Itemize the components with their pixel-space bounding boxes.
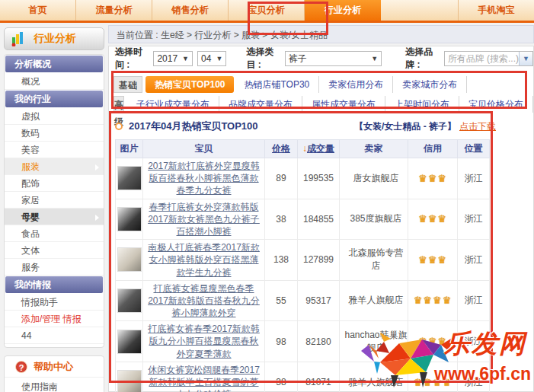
column-header-location: 位置	[458, 140, 490, 158]
cell-credit: ♛♛♛	[408, 321, 458, 362]
sidebar-item-食品[interactable]: 食品	[5, 225, 104, 242]
tab-热销宝贝TOP100[interactable]: 热销宝贝TOP100	[145, 76, 234, 93]
sidebar-item-user-guide[interactable]: 使用指南	[5, 378, 104, 392]
product-link[interactable]: 休闲女裤宽松阔腿春季2017新款韩版学生百搭夏雪纺萝卜九分哈伦裤	[148, 364, 260, 392]
nav-tab-宝贝分析[interactable]: 宝贝分析	[229, 0, 305, 21]
product-thumbnail[interactable]	[117, 247, 142, 272]
tab-品牌成交量分布[interactable]: 品牌成交量分布	[219, 96, 302, 113]
crown-icons: ♛♛♛♛	[414, 295, 452, 306]
cell-volume: 81071	[298, 362, 340, 392]
report-tabs: 基础 热销宝贝TOP100热销店铺TOP30卖家信用分布卖家城市分布 高级 子行…	[114, 75, 525, 113]
cell-location: 浙江	[458, 158, 490, 199]
sidebar-item-44[interactable]: 44	[5, 327, 104, 344]
basic-tabs: 热销宝贝TOP100热销店铺TOP30卖家信用分布卖家城市分布	[145, 76, 467, 93]
cell-seller: 雅羊人旗舰店	[340, 280, 408, 321]
table-row: 打底裤女裤显瘦黑色春季2017新款韩版百搭春秋九分裤小脚薄款外穿5595317雅…	[116, 280, 490, 321]
time-filter-label: 选择时间 :	[115, 46, 150, 72]
tab-宝贝价格分布[interactable]: 宝贝价格分布	[459, 96, 533, 113]
cell-location: 浙江	[458, 362, 490, 392]
hot-items-table: 图片宝贝价格↓成交量卖家信用位置 2017新款打底裤外穿显瘦韩版百搭春秋小脚裤黑…	[115, 139, 490, 392]
product-thumbnail[interactable]	[117, 207, 142, 231]
download-link[interactable]: 点击下载	[459, 120, 496, 133]
sidebar-item-文体[interactable]: 文体	[5, 242, 104, 259]
crown-icons: ♛♛♛	[418, 254, 447, 266]
sidebar-item-概况[interactable]: 概况	[5, 73, 104, 90]
tab-子行业成交量分布[interactable]: 子行业成交量分布	[127, 96, 219, 113]
nav-tab-mobile-taobao[interactable]: 手机淘宝	[458, 0, 534, 21]
tab-上架时间分布[interactable]: 上架时间分布	[385, 96, 459, 113]
product-thumbnail[interactable]	[117, 288, 142, 313]
crown-icons: ♛♛♛♛	[414, 377, 452, 388]
report-subtitle: 【女装/女士精品 - 裤子】	[354, 120, 456, 133]
column-label-volume: 成交量	[307, 143, 334, 154]
cell-price: 138	[265, 240, 298, 281]
cell-image	[116, 280, 143, 321]
cell-price: 55	[265, 280, 298, 321]
sidebar-item-服装[interactable]: 服装	[5, 158, 104, 175]
nav-tab-首页[interactable]: 首页	[0, 0, 76, 21]
column-label-credit: 信用	[424, 143, 442, 154]
cell-location: 浙江	[458, 240, 490, 281]
product-thumbnail[interactable]	[117, 330, 142, 354]
sidebar-sections: 分析概况概况我的行业虚拟数码美容服装配饰家居母婴食品文体服务我的情报情报助手添加…	[5, 56, 104, 344]
table-row: 休闲女裤宽松阔腿春季2017新款韩版学生百搭夏雪纺萝卜九分哈伦裤3881071雅…	[116, 362, 490, 392]
cell-title: 2017新款打底裤外穿显瘦韩版百搭春秋小脚裤黑色薄款春季九分女裤	[143, 158, 265, 199]
sidebar-item-母婴[interactable]: 母婴	[5, 209, 104, 225]
nav-tab-行业分析[interactable]: 行业分析	[305, 0, 381, 21]
cell-price: 89	[265, 158, 298, 199]
sidebar-item-虚拟[interactable]: 虚拟	[5, 108, 104, 125]
sidebar-item-美容[interactable]: 美容	[5, 142, 104, 158]
product-link[interactable]: 春季打底裤女外穿薄款韩版2017新款女裤黑色九分裤子百搭潮小脚裤	[148, 201, 260, 238]
cell-image	[116, 240, 143, 281]
year-select[interactable]: 2017▼	[153, 51, 193, 66]
sidebar-item-数码[interactable]: 数码	[5, 125, 104, 142]
nav-tab-销售分析[interactable]: 销售分析	[152, 0, 229, 21]
advanced-tabs-label: 高级	[114, 96, 124, 113]
column-header-volume[interactable]: ↓成交量	[298, 140, 340, 158]
chevron-down-icon: ▼	[182, 52, 189, 65]
help-center-panel: ? 帮助中心 使用指南	[4, 355, 104, 392]
sidebar-item-添加/管理 情报[interactable]: 添加/管理 情报	[5, 311, 104, 327]
cell-price: 38	[265, 199, 298, 240]
column-header-seller: 卖家	[340, 140, 408, 158]
cell-title: 打底裤女裤显瘦黑色春季2017新款韩版百搭春秋九分裤小脚薄款外穿	[143, 280, 265, 321]
cell-title: 打底裤女裤春季2017新款韩版九分小脚百搭显瘦黑春秋外穿夏季薄款	[143, 321, 265, 362]
chevron-down-icon: ▼	[519, 52, 532, 65]
product-link[interactable]: 南极人打底裤春季2017新款女小脚裤韩版外穿百搭黑薄款学生九分裤	[148, 241, 260, 279]
product-link[interactable]: 打底裤女裤显瘦黑色春季2017新款韩版百搭春秋九分裤小脚薄款外穿	[148, 282, 260, 320]
category-select[interactable]: 裤子▼	[285, 51, 382, 66]
sidebar-item-配饰[interactable]: 配饰	[5, 175, 104, 192]
table-row: 2017新款打底裤外穿显瘦韩版百搭春秋小脚裤黑色薄款春季九分女裤89199535…	[116, 158, 490, 199]
cell-price: 98	[265, 321, 298, 362]
nav-tab-流量分析[interactable]: 流量分析	[76, 0, 152, 21]
cell-volume: 184855	[298, 199, 340, 240]
column-header-price[interactable]: 价格	[265, 140, 298, 158]
sidebar-item-家居[interactable]: 家居	[5, 192, 104, 209]
advanced-tabs: 子行业成交量分布品牌成交量分布属性成交量分布上架时间分布宝贝价格分布	[127, 96, 533, 113]
cell-seller: hanchao韩巢旗舰店	[340, 321, 408, 362]
sidebar-item-服务[interactable]: 服务	[5, 259, 104, 276]
cell-title: 南极人打底裤春季2017新款女小脚裤韩版外穿百搭黑薄款学生九分裤	[143, 240, 265, 281]
product-link[interactable]: 2017新款打底裤外穿显瘦韩版百搭春秋小脚裤黑色薄款春季九分女裤	[148, 160, 260, 197]
sidebar-section-header: 分析概况	[5, 56, 103, 72]
product-link[interactable]: 打底裤女裤春季2017新款韩版九分小脚百搭显瘦黑春秋外穿夏季薄款	[148, 323, 260, 360]
tab-卖家信用分布[interactable]: 卖家信用分布	[319, 76, 393, 93]
product-thumbnail[interactable]	[117, 370, 142, 392]
cell-image	[116, 199, 143, 240]
cell-credit: ♛♛♛♛	[408, 280, 458, 321]
brand-search-combobox[interactable]: 所有品牌 (搜索...) ▼	[444, 51, 533, 66]
product-thumbnail[interactable]	[117, 166, 142, 190]
tab-属性成交量分布[interactable]: 属性成交量分布	[302, 96, 385, 113]
cell-price: 38	[265, 362, 298, 392]
cell-credit: ♛♛♛	[408, 240, 458, 281]
month-select[interactable]: 04▼	[197, 51, 226, 66]
tab-热销店铺TOP30[interactable]: 热销店铺TOP30	[235, 76, 319, 93]
sidebar-menu: 分析概况概况我的行业虚拟数码美容服装配饰家居母婴食品文体服务我的情报情报助手添加…	[4, 54, 104, 348]
cell-seller: 北森服饰专营店	[340, 240, 408, 281]
advanced-tab-row: 高级 子行业成交量分布品牌成交量分布属性成交量分布上架时间分布宝贝价格分布	[114, 95, 525, 113]
cell-volume: 199535	[298, 158, 340, 199]
cell-seller: 唐女旗舰店	[340, 158, 408, 199]
sidebar-item-情报助手[interactable]: 情报助手	[5, 294, 104, 311]
tab-卖家城市分布[interactable]: 卖家城市分布	[393, 76, 467, 93]
sidebar: 行业分析 分析概况概况我的行业虚拟数码美容服装配饰家居母婴食品文体服务我的情报情…	[4, 27, 104, 392]
